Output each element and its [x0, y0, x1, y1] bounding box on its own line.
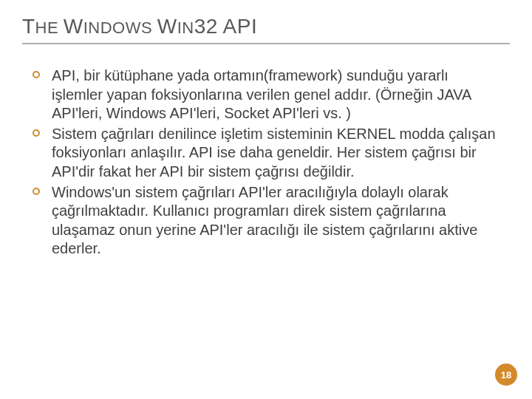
list-item: Windows'un sistem çağrıları API'ler arac… — [33, 183, 499, 259]
slide: THE WINDOWS WIN32 API API, bir kütüphane… — [0, 0, 532, 399]
title-part: T — [22, 15, 35, 38]
page-number-text: 18 — [501, 369, 511, 381]
title-part: 32 API — [194, 15, 258, 38]
bullet-ring-icon — [33, 129, 40, 137]
title-part: W — [157, 15, 177, 38]
slide-title: THE WINDOWS WIN32 API — [22, 15, 510, 44]
list-item: Sistem çağrıları denilince işletim siste… — [33, 125, 499, 182]
page-number-badge: 18 — [495, 364, 517, 386]
bullet-list: API, bir kütüphane yada ortamın(framewor… — [33, 66, 499, 259]
title-part: HE — [35, 18, 64, 37]
bullet-text: Sistem çağrıları denilince işletim siste… — [52, 126, 496, 180]
bullet-ring-icon — [33, 71, 40, 78]
bullet-text: Windows'un sistem çağrıları API'ler arac… — [52, 184, 477, 257]
list-item: API, bir kütüphane yada ortamın(framewor… — [33, 66, 499, 123]
bullet-ring-icon — [33, 188, 40, 195]
title-part: INDOWS — [83, 18, 157, 37]
title-part: IN — [177, 18, 194, 37]
slide-content: API, bir kütüphane yada ortamın(framewor… — [33, 66, 499, 260]
bullet-text: API, bir kütüphane yada ortamın(framewor… — [52, 67, 471, 121]
title-part: W — [64, 15, 83, 38]
